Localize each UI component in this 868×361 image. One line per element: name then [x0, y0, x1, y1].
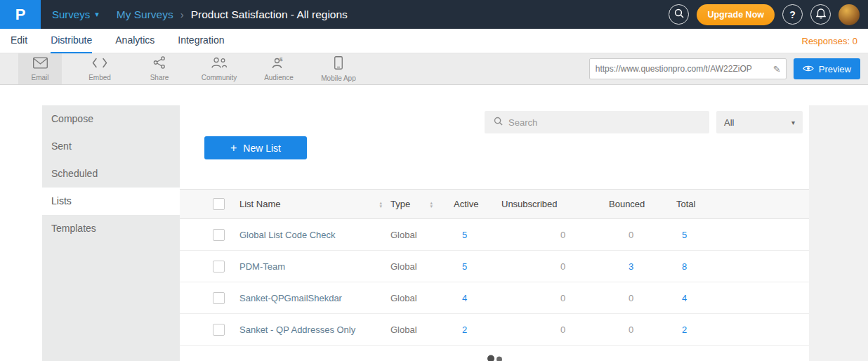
bounced-count[interactable]: 0 [629, 230, 633, 240]
toolbar-item-label: Email [31, 74, 48, 81]
table-row: PDM-Team Global 5 0 3 8 [180, 251, 809, 282]
toolbar-right: ✎ Preview [589, 53, 868, 84]
list-type: Global [390, 251, 454, 282]
edit-url-pencil-icon[interactable]: ✎ [772, 64, 786, 74]
people-icon [483, 355, 506, 361]
list-name-link[interactable]: Sanket - QP Addresses Only [239, 324, 355, 335]
column-header-list-name[interactable]: List Name [239, 199, 281, 209]
row-checkbox[interactable] [213, 292, 225, 304]
breadcrumb-separator: › [180, 8, 184, 20]
survey-nav: Edit Distribute Analytics Integration Re… [0, 29, 868, 53]
svg-text:$: $ [280, 56, 283, 63]
toolbar-item-email[interactable]: Email [18, 53, 62, 84]
active-count[interactable]: 5 [462, 230, 467, 240]
unsubscribed-count[interactable]: 0 [560, 230, 565, 240]
bounced-count[interactable]: 0 [629, 293, 633, 303]
active-count[interactable]: 2 [462, 324, 467, 335]
row-checkbox[interactable] [213, 324, 225, 336]
help-button[interactable]: ? [782, 4, 803, 25]
sidebar-item-lists[interactable]: Lists [42, 188, 180, 215]
mobile-app-icon [334, 56, 343, 72]
surveys-product-menu[interactable]: Surveys ▾ [52, 8, 99, 20]
survey-url-input[interactable] [590, 64, 772, 74]
topbar: P Surveys ▾ My Surveys › Product Satisfa… [0, 0, 868, 29]
right-gutter [809, 105, 868, 361]
sidebar-item-compose[interactable]: Compose [42, 105, 180, 133]
unsubscribed-count[interactable]: 0 [560, 324, 565, 335]
toolbar-item-label: Share [150, 74, 169, 81]
lists-table: List Name ▴▾ Type ▴▾ Active Unsubscribed… [180, 189, 809, 346]
tab-distribute[interactable]: Distribute [51, 29, 92, 53]
email-sidebar: Compose Sent Scheduled Lists Templates [42, 105, 180, 361]
breadcrumb-my-surveys[interactable]: My Surveys [117, 8, 173, 21]
list-name-link[interactable]: PDM-Team [239, 261, 285, 272]
audience-icon: $ [272, 56, 286, 72]
sort-icon[interactable]: ▴▾ [430, 201, 433, 208]
unsubscribed-count[interactable]: 0 [560, 261, 565, 272]
row-checkbox[interactable] [213, 261, 225, 273]
responses-count[interactable]: Responses: 0 [802, 36, 858, 46]
topbar-actions: Upgrade Now ? [669, 4, 868, 25]
list-search-box [485, 111, 709, 133]
total-count[interactable]: 8 [682, 261, 687, 272]
preview-button[interactable]: Preview [794, 58, 860, 79]
active-count[interactable]: 4 [462, 293, 467, 303]
toolbar-item-share[interactable]: Share [138, 53, 181, 84]
row-checkbox[interactable] [213, 229, 225, 241]
column-header-total: Total [676, 190, 809, 219]
column-header-active: Active [454, 190, 501, 219]
avatar[interactable] [839, 4, 860, 25]
sort-icon[interactable]: ▴▾ [379, 201, 382, 208]
sidebar-item-sent[interactable]: Sent [42, 133, 180, 160]
column-header-type[interactable]: Type [390, 199, 410, 209]
chevron-down-icon: ▾ [791, 119, 795, 126]
table-header-row: List Name ▴▾ Type ▴▾ Active Unsubscribed… [180, 190, 809, 219]
list-name-link[interactable]: Sanket-QPGmailShekdar [239, 293, 342, 303]
page-title: Product Satisfaction - All regions [191, 8, 348, 21]
toolbar-item-community[interactable]: Community [197, 53, 241, 84]
upgrade-now-button[interactable]: Upgrade Now [697, 4, 775, 25]
tab-edit[interactable]: Edit [11, 29, 27, 53]
list-type: Global [390, 219, 454, 251]
bounced-count[interactable]: 3 [629, 261, 633, 272]
toolbar-item-audience[interactable]: $ Audience [257, 53, 301, 84]
table-row: Global List Code Check Global 5 0 0 5 [180, 219, 809, 251]
tab-analytics[interactable]: Analytics [115, 29, 154, 53]
total-count[interactable]: 2 [682, 324, 687, 335]
search-button[interactable] [669, 4, 689, 25]
survey-url-box: ✎ [589, 58, 787, 79]
help-icon: ? [789, 9, 796, 20]
toolbar-item-label: Mobile App [321, 74, 355, 82]
toolbar-item-mobile-app[interactable]: Mobile App [317, 53, 360, 84]
notifications-button[interactable] [810, 4, 831, 25]
plus-icon: + [230, 143, 237, 154]
list-filter-dropdown[interactable]: All ▾ [716, 111, 803, 133]
preview-label: Preview [819, 64, 851, 74]
product-label: Surveys [52, 8, 90, 20]
community-icon [211, 57, 228, 72]
unsubscribed-count[interactable]: 0 [560, 293, 565, 303]
select-all-checkbox[interactable] [213, 198, 225, 210]
bounced-count[interactable]: 0 [629, 324, 633, 335]
distribute-toolbar: Email Embed Share Community $ Audience M… [0, 53, 868, 85]
active-count[interactable]: 5 [462, 261, 467, 272]
questionpro-logo[interactable]: P [0, 0, 41, 29]
list-search-input[interactable] [508, 117, 700, 128]
total-count[interactable]: 4 [682, 293, 687, 303]
email-icon [33, 57, 48, 72]
search-icon [674, 8, 684, 20]
total-count[interactable]: 5 [682, 230, 687, 240]
list-type: Global [390, 314, 454, 346]
list-name-link[interactable]: Global List Code Check [239, 230, 336, 240]
eye-icon [803, 64, 814, 74]
sidebar-item-templates[interactable]: Templates [42, 215, 180, 242]
column-header-unsubscribed: Unsubscribed [501, 190, 609, 219]
toolbar-item-label: Embed [88, 74, 111, 81]
tab-integration[interactable]: Integration [178, 29, 224, 53]
email-distribution-content: Compose Sent Scheduled Lists Templates A… [0, 105, 868, 361]
toolbar-item-label: Community [202, 74, 237, 81]
lists-panel: All ▾ + New List List Name ▴▾ [180, 105, 809, 361]
sidebar-item-scheduled[interactable]: Scheduled [42, 160, 180, 188]
new-list-button[interactable]: + New List [204, 136, 307, 159]
toolbar-item-embed[interactable]: Embed [78, 53, 121, 84]
